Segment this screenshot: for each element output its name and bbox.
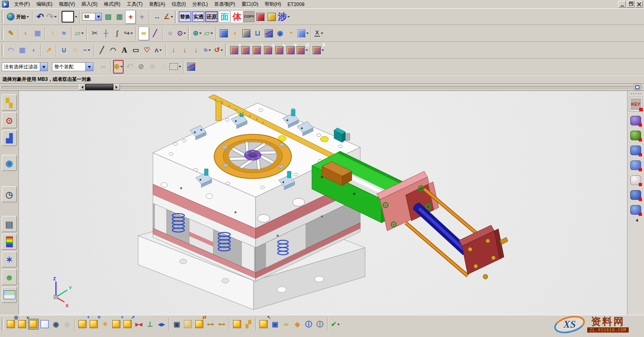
nx-start-button[interactable]: 开始 bbox=[6, 10, 30, 24]
part-pin-icon[interactable] bbox=[629, 173, 643, 187]
delete-face-icon[interactable]: ✕ bbox=[285, 43, 296, 57]
combined-projection-icon[interactable]: ↓ bbox=[180, 43, 190, 57]
replace-face-icon[interactable]: △ bbox=[263, 43, 273, 57]
selection-scope-dropdown[interactable]: 整个装配 bbox=[52, 62, 93, 71]
variational-sweep-icon[interactable]: ≈ bbox=[59, 27, 69, 40]
menu-item[interactable]: 文件(F) bbox=[11, 0, 33, 8]
curve-blend-icon[interactable]: ∫ bbox=[112, 27, 122, 40]
relations-browser-icon[interactable]: ⓘ bbox=[303, 316, 314, 332]
through-curves-icon[interactable]: ▦ bbox=[17, 43, 27, 57]
open-component-icon[interactable]: ▸ bbox=[17, 316, 27, 332]
assembly-constraints-icon[interactable]: ▸◂ bbox=[134, 316, 144, 332]
structure-report-icon[interactable]: ⓘ bbox=[315, 316, 325, 332]
snapshot-icon[interactable]: ◉ bbox=[51, 316, 61, 332]
extrude-icon[interactable]: ↑ bbox=[47, 27, 58, 40]
menu-item[interactable]: 窗口(O) bbox=[238, 0, 261, 8]
menu-item[interactable]: 帮助(H) bbox=[262, 0, 285, 8]
menu-item[interactable]: 装配(A) bbox=[146, 0, 168, 8]
menu-item[interactable]: 首选项(P) bbox=[211, 0, 238, 8]
edit-suppression-icon[interactable]: ⊷ bbox=[217, 316, 227, 332]
wrap-curve-icon[interactable]: ↓ bbox=[191, 43, 201, 57]
extend-curve-icon[interactable]: ↪ bbox=[123, 27, 134, 40]
boss-icon[interactable]: ◓ bbox=[286, 27, 297, 40]
materials-icon[interactable] bbox=[2, 234, 17, 250]
suppressed-component-icon[interactable] bbox=[183, 316, 193, 332]
resize-face-icon[interactable]: X bbox=[313, 43, 324, 57]
pattern-feature-icon[interactable] bbox=[297, 27, 309, 40]
graphics-viewport[interactable]: Z Y X bbox=[19, 91, 627, 315]
part-insert-icon[interactable] bbox=[629, 129, 643, 142]
datum-plane-icon[interactable]: ▱ bbox=[74, 27, 85, 40]
scroll-thumb[interactable] bbox=[85, 84, 114, 90]
arc-icon[interactable]: ◠ bbox=[108, 43, 118, 57]
assembly-sequence-icon[interactable]: ▞ bbox=[243, 316, 254, 332]
palette-icon[interactable]: ▤ bbox=[2, 216, 17, 232]
visualization-icon[interactable]: ✶ bbox=[2, 251, 17, 267]
sheet-body-icon[interactable]: ◗ bbox=[230, 27, 240, 40]
model-canvas[interactable]: Z Y X bbox=[19, 91, 627, 315]
sketch-line-icon[interactable]: ╱ bbox=[150, 27, 160, 40]
new-component-icon[interactable]: ✶ bbox=[89, 316, 99, 332]
offset-surface-icon[interactable]: ↗ bbox=[43, 43, 54, 57]
pattern-component-icon[interactable]: + bbox=[111, 316, 122, 332]
point-set-icon[interactable]: ⊕ bbox=[192, 27, 202, 40]
layer-settings-icon[interactable]: ▤ bbox=[103, 10, 113, 24]
menu-item[interactable]: 格式(R) bbox=[101, 0, 124, 8]
minimize-button[interactable] bbox=[618, 1, 626, 8]
display-color-swatch[interactable] bbox=[62, 10, 77, 24]
horizontal-scrollbar[interactable] bbox=[79, 84, 120, 90]
sidebar-collapse-arrow[interactable] bbox=[634, 219, 638, 222]
interpart-links-icon[interactable]: ∞ bbox=[281, 316, 291, 332]
find-component-icon[interactable]: ◎ bbox=[6, 316, 16, 332]
selection-filter-dropdown[interactable]: 没有选择过滤器 bbox=[2, 62, 48, 71]
menu-item[interactable]: 插入(S) bbox=[78, 0, 101, 8]
wave-geometry-icon[interactable]: ◈ bbox=[292, 316, 303, 332]
key-button[interactable]: KEY bbox=[630, 97, 642, 111]
join-face-icon[interactable]: ∩ bbox=[70, 43, 80, 57]
work-layer-combo[interactable]: 50 bbox=[82, 10, 102, 24]
constraint-symbols-icon[interactable]: ⊥ bbox=[145, 316, 155, 332]
rectangle-icon[interactable]: ▭ bbox=[130, 43, 141, 57]
move-to-layer-icon[interactable]: ▥ bbox=[114, 10, 124, 24]
divide-curve-icon[interactable]: ┼ bbox=[101, 27, 111, 40]
runner-plate-ring[interactable] bbox=[214, 134, 291, 179]
constraint-navigator-icon[interactable]: ⊙ bbox=[2, 112, 17, 128]
part-bracket-icon[interactable] bbox=[629, 144, 643, 157]
menu-item[interactable]: 视图(V) bbox=[56, 0, 78, 8]
face-button[interactable]: 面 bbox=[219, 10, 230, 24]
product-outline-icon[interactable] bbox=[28, 316, 39, 332]
profile-icon[interactable]: ♡ bbox=[142, 43, 152, 57]
close-button[interactable] bbox=[635, 1, 643, 8]
menu-item[interactable]: 编辑(E) bbox=[33, 0, 56, 8]
restore-button[interactable] bbox=[627, 1, 634, 8]
swept-surface-icon[interactable]: ▦ bbox=[32, 27, 43, 40]
mirror-assembly-icon[interactable]: ◂▸ bbox=[156, 316, 167, 332]
web-browser-icon[interactable]: ◉ bbox=[2, 155, 17, 171]
part-fitting-icon[interactable] bbox=[629, 188, 643, 201]
clip-section-icon[interactable] bbox=[186, 60, 196, 74]
interpart-link-icon[interactable]: ∞ bbox=[98, 60, 108, 74]
part-plate-icon[interactable] bbox=[629, 158, 643, 172]
verify-constraints-icon[interactable]: ✔ bbox=[330, 316, 341, 332]
undo-icon[interactable]: ↶ bbox=[35, 10, 45, 24]
menu-item[interactable]: ET2008 bbox=[284, 1, 308, 8]
shell-icon[interactable]: ⊔ bbox=[252, 27, 263, 40]
plane-icon[interactable]: ▱ bbox=[203, 27, 214, 40]
redo-icon[interactable]: ↷ bbox=[46, 10, 57, 24]
dropdown-arrow-icon[interactable] bbox=[40, 63, 47, 71]
line-icon[interactable]: ╱ bbox=[97, 43, 107, 57]
move-face-icon[interactable]: + bbox=[229, 43, 239, 57]
restore-button[interactable]: 还原 bbox=[205, 10, 218, 24]
sew-icon[interactable]: ∪ bbox=[59, 43, 69, 57]
sidebar-grip[interactable] bbox=[630, 93, 642, 95]
wcs-orient-icon[interactable]: + bbox=[136, 10, 147, 24]
menu-item[interactable]: 分析(L) bbox=[189, 0, 211, 8]
selection-undo-icon[interactable]: ↶ bbox=[124, 60, 135, 74]
mirror-body-icon[interactable]: ◐ bbox=[21, 27, 31, 40]
exploded-view-icon[interactable]: ↖ bbox=[258, 316, 269, 332]
hole-icon[interactable]: ◉ bbox=[275, 27, 285, 40]
flattening-icon[interactable]: ~ bbox=[81, 43, 92, 57]
circle-center-icon[interactable]: ⊙ bbox=[176, 27, 187, 40]
assembly-navigator-icon[interactable]: ▚ bbox=[2, 95, 17, 111]
eraser-icon[interactable]: ⊘ bbox=[136, 60, 146, 74]
